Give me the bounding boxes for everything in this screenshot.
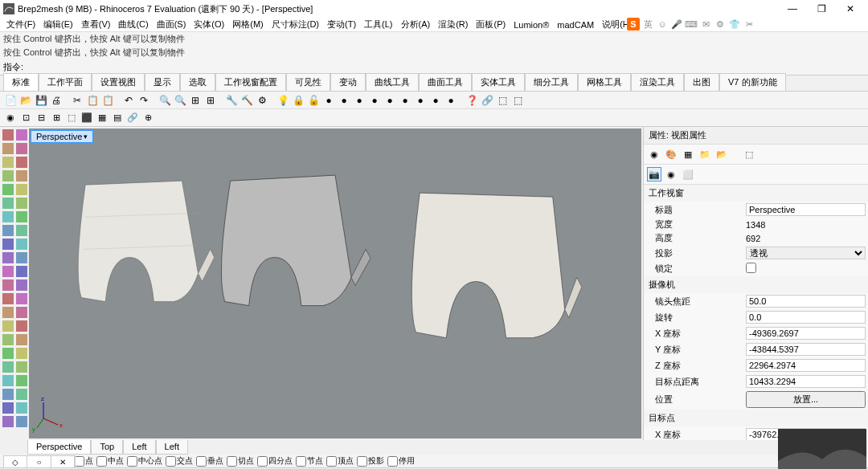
toolbar-tab[interactable]: 选取 (180, 73, 215, 91)
toolbar-button[interactable]: 🔧 (224, 93, 239, 108)
tool-button[interactable] (2, 266, 14, 277)
tool-button[interactable] (2, 307, 14, 318)
tool-button[interactable] (16, 170, 27, 181)
filter-icon[interactable]: ◇ (4, 456, 27, 467)
osnap-item[interactable]: 垂点 (196, 455, 223, 467)
osnap-checkbox[interactable] (96, 456, 107, 467)
sun-icon[interactable]: ⬜ (681, 167, 695, 181)
toolbar-button[interactable]: ⊞ (49, 111, 63, 125)
ime-icon[interactable]: ✂ (743, 18, 755, 31)
menu-item[interactable]: 工具(L) (361, 18, 395, 31)
minimize-button[interactable]: — (778, 0, 807, 18)
tool-button[interactable] (2, 416, 14, 427)
toolbar-button[interactable]: ⊞ (188, 93, 203, 108)
toolbar-button[interactable]: ● (383, 93, 397, 108)
tool-button[interactable] (16, 198, 27, 209)
osnap-item[interactable]: 四分点 (257, 455, 293, 467)
toolbar-tab[interactable]: 工作视窗配置 (215, 73, 286, 91)
tool-button[interactable] (2, 239, 14, 250)
tool-button[interactable] (2, 389, 14, 400)
tool-button[interactable] (2, 402, 14, 414)
tool-button[interactable] (16, 279, 27, 291)
toolbar-button[interactable]: ◉ (3, 111, 18, 125)
toolbar-button[interactable]: 🔗 (125, 111, 140, 125)
toolbar-button[interactable]: 📂 (18, 93, 33, 108)
toolbar-tab[interactable]: 工作平面 (39, 73, 92, 91)
toolbar-button[interactable]: ✂ (70, 93, 84, 108)
tool-button[interactable] (16, 129, 27, 141)
tool-button[interactable] (16, 143, 27, 154)
tool-button[interactable] (2, 320, 14, 332)
ime-icon[interactable]: 🎤 (670, 18, 683, 31)
tool-button[interactable] (2, 143, 14, 154)
toolbar-button[interactable]: ● (337, 93, 351, 108)
menu-item[interactable]: 面板(P) (473, 18, 509, 31)
toolbar-button[interactable]: 💾 (34, 93, 48, 108)
focal-field[interactable] (746, 295, 866, 308)
toolbar-tab[interactable]: 实体工具 (472, 73, 525, 91)
toolbar-button[interactable]: 🔓 (306, 93, 321, 108)
toolbar-tab[interactable]: 曲面工具 (419, 73, 472, 91)
layer-icon[interactable]: 📁 (698, 147, 712, 161)
osnap-checkbox[interactable] (196, 456, 207, 467)
menu-item[interactable]: 编辑(E) (40, 18, 76, 31)
toolbar-button[interactable]: ⬚ (510, 93, 525, 108)
toolbar-button[interactable]: 📋 (85, 93, 100, 108)
cam-z-field[interactable] (746, 359, 866, 372)
toolbar-tab[interactable]: V7 的新功能 (719, 73, 786, 91)
toolbar-button[interactable]: 🔍 (173, 93, 187, 108)
menu-item[interactable]: 曲线(C) (115, 18, 151, 31)
osnap-item[interactable]: 停用 (387, 455, 415, 467)
tool-button[interactable] (2, 348, 14, 359)
menu-item[interactable]: 文件(F) (3, 18, 39, 31)
ime-icon[interactable]: 👕 (728, 18, 741, 31)
maximize-button[interactable]: ❐ (807, 0, 836, 18)
toolbar-tab[interactable]: 渲染工具 (631, 73, 684, 91)
command-input[interactable] (27, 61, 865, 73)
toolbar-button[interactable]: ● (367, 93, 382, 108)
tool-button[interactable] (16, 184, 27, 195)
toolbar-button[interactable]: ↶ (121, 93, 136, 108)
toolbar-tab[interactable]: 网格工具 (578, 73, 631, 91)
tool-button[interactable] (16, 266, 27, 277)
tool-button[interactable] (2, 225, 14, 236)
toolbar-button[interactable]: ⊟ (34, 111, 48, 125)
tool-button[interactable] (2, 184, 14, 195)
filter-icon[interactable]: ✕ (51, 456, 75, 467)
menu-item[interactable]: madCAM (554, 20, 597, 30)
ime-icon[interactable]: ✉ (699, 18, 712, 31)
osnap-checkbox[interactable] (166, 456, 176, 467)
osnap-item[interactable]: 交点 (166, 455, 193, 467)
viewport[interactable]: Perspective for(var i=0;i<12;i++)documen… (29, 128, 641, 438)
toolbar-button[interactable]: 🔨 (240, 93, 254, 108)
tool-button[interactable] (16, 211, 27, 222)
toolbar-tab[interactable]: 出图 (684, 73, 719, 91)
toolbar-tab[interactable]: 标准 (3, 73, 39, 91)
toolbar-button[interactable]: 📋 (100, 93, 115, 108)
cam-y-field[interactable] (746, 343, 866, 356)
osnap-checkbox[interactable] (296, 456, 306, 467)
lock-checkbox[interactable] (746, 263, 756, 273)
title-field[interactable] (746, 203, 866, 216)
tool-button[interactable] (16, 225, 27, 236)
toolbar-button[interactable]: ⬚ (64, 111, 79, 125)
osnap-item[interactable]: 投影 (357, 455, 384, 467)
toolbar-tab[interactable]: 细分工具 (525, 73, 578, 91)
target-dist-field[interactable] (746, 375, 866, 388)
ime-icon[interactable]: ⌨ (685, 18, 698, 31)
menu-item[interactable]: 尺寸标注(D) (268, 18, 322, 31)
tool-button[interactable] (2, 170, 14, 181)
osnap-item[interactable]: 点 (74, 455, 93, 467)
toolbar-tab[interactable]: 显示 (145, 73, 180, 91)
toolbar-button[interactable]: ▤ (110, 111, 125, 125)
osnap-checkbox[interactable] (257, 456, 268, 467)
toolbar-button[interactable]: ● (321, 93, 336, 108)
toolbar-button[interactable]: ● (398, 93, 412, 108)
toolbar-button[interactable]: ⊞ (203, 93, 218, 108)
osnap-item[interactable]: 中点 (96, 455, 124, 467)
tool-button[interactable] (16, 389, 27, 400)
tool-button[interactable] (2, 375, 14, 386)
menu-item[interactable]: 渲染(R) (435, 18, 471, 31)
projection-select[interactable]: 透视 (746, 247, 866, 259)
cam-place-button[interactable]: 放置... (746, 391, 866, 408)
